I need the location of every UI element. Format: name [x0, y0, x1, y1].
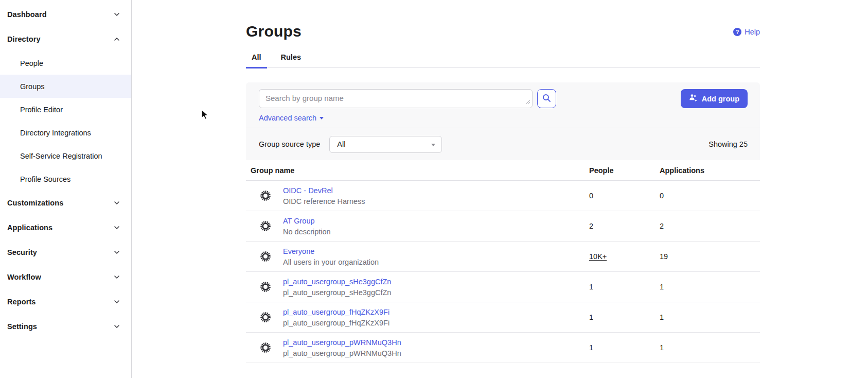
group-source-type-label: Group source type	[259, 140, 320, 148]
chevron-down-icon	[114, 225, 120, 231]
add-group-label: Add group	[702, 95, 739, 103]
sidebar-item-directory-integrations[interactable]: Directory Integrations	[0, 121, 131, 144]
sidebar-item-label: Reports	[7, 298, 36, 306]
question-circle-icon: ?	[733, 28, 741, 36]
group-description: pl_auto_usergroup_fHqZKzX9Fi	[283, 319, 389, 327]
sidebar-item-people[interactable]: People	[0, 51, 131, 75]
sidebar-item-label: Applications	[7, 224, 52, 232]
select-value: All	[337, 140, 345, 148]
advanced-search-link[interactable]: Advanced search	[259, 114, 324, 122]
column-header-applications: Applications	[660, 166, 760, 175]
group-description: pl_auto_usergroup_pWRNMuQ3Hn	[283, 349, 401, 357]
applications-count: 1	[660, 313, 760, 321]
people-count: 10K+	[589, 252, 660, 261]
group-gear-icon	[260, 342, 271, 353]
group-name-link[interactable]: AT Group	[283, 217, 315, 225]
group-gear-icon	[260, 312, 271, 323]
help-label: Help	[745, 28, 760, 36]
column-header-people: People	[589, 166, 660, 175]
applications-count: 19	[660, 252, 760, 261]
sidebar-item-self-service-registration[interactable]: Self-Service Registration	[0, 144, 131, 167]
table-body: OIDC - DevRel OIDC reference Harness 0 0…	[246, 181, 760, 363]
page-title: Groups	[246, 23, 302, 40]
group-name-link[interactable]: OIDC - DevRel	[283, 186, 333, 195]
sidebar-item-customizations[interactable]: Customizations	[0, 191, 131, 215]
sidebar-item-label: Settings	[7, 322, 37, 331]
chevron-up-icon	[114, 36, 120, 42]
table-row: OIDC - DevRel OIDC reference Harness 0 0	[246, 181, 760, 211]
help-link[interactable]: ? Help	[733, 28, 760, 36]
sidebar-item-label: Directory	[7, 35, 41, 43]
table-row: pl_auto_usergroup_pWRNMuQ3Hn pl_auto_use…	[246, 333, 760, 363]
tab-all[interactable]: All	[246, 53, 267, 68]
search-button[interactable]	[537, 89, 556, 108]
chevron-down-icon	[114, 11, 120, 18]
group-name-link[interactable]: pl_auto_usergroup_sHe3ggCfZn	[283, 278, 391, 286]
chevron-down-icon	[114, 274, 120, 280]
groups-table: Group name People Applications OIDC - De…	[246, 160, 760, 363]
person-add-icon	[689, 94, 698, 104]
tab-bar: All Rules	[246, 53, 760, 68]
applications-count: 1	[660, 343, 760, 352]
group-gear-icon	[260, 220, 271, 232]
showing-count: Showing 25	[708, 140, 748, 148]
sidebar-item-label: Security	[7, 248, 37, 256]
table-row: pl_auto_usergroup_sHe3ggCfZn pl_auto_use…	[246, 272, 760, 302]
group-source-type-select[interactable]: All	[329, 136, 442, 153]
sidebar-item-workflow[interactable]: Workflow	[0, 265, 131, 289]
group-name-link[interactable]: pl_auto_usergroup_pWRNMuQ3Hn	[283, 338, 401, 347]
applications-count: 2	[660, 222, 760, 230]
sidebar-item-dashboard[interactable]: Dashboard	[0, 2, 131, 27]
people-count: 1	[589, 313, 660, 321]
chevron-down-icon	[114, 299, 120, 305]
sidebar-item-label: Workflow	[7, 273, 41, 281]
group-gear-icon	[260, 281, 271, 293]
group-description: All users in your organization	[283, 258, 379, 266]
sidebar-item-directory[interactable]: Directory	[0, 27, 131, 51]
filter-panel: Add group Advanced search Group source t…	[246, 82, 760, 160]
group-description: OIDC reference Harness	[283, 197, 365, 205]
chevron-down-icon	[114, 249, 120, 255]
sidebar-item-security[interactable]: Security	[0, 240, 131, 265]
sidebar: Dashboard Directory People Groups Profil…	[0, 0, 132, 378]
caret-down-icon	[320, 117, 324, 119]
sidebar-directory-children: People Groups Profile Editor Directory I…	[0, 51, 131, 191]
people-count: 0	[589, 192, 660, 200]
table-header: Group name People Applications	[246, 160, 760, 181]
sidebar-item-label: Dashboard	[7, 10, 47, 19]
sidebar-item-reports[interactable]: Reports	[0, 289, 131, 314]
sidebar-item-applications[interactable]: Applications	[0, 215, 131, 240]
group-gear-icon	[260, 190, 271, 201]
sidebar-item-profile-editor[interactable]: Profile Editor	[0, 98, 131, 121]
people-count: 1	[589, 343, 660, 352]
table-row: pl_auto_usergroup_fHqZKzX9Fi pl_auto_use…	[246, 302, 760, 333]
sidebar-item-profile-sources[interactable]: Profile Sources	[0, 167, 131, 191]
advanced-search-label: Advanced search	[259, 114, 316, 122]
chevron-down-icon	[114, 323, 120, 330]
group-name-link[interactable]: pl_auto_usergroup_fHqZKzX9Fi	[283, 308, 389, 316]
caret-down-icon	[431, 144, 435, 146]
search-icon	[542, 94, 551, 104]
sidebar-item-settings[interactable]: Settings	[0, 314, 131, 339]
sidebar-item-label: Customizations	[7, 199, 63, 207]
table-row: Everyone All users in your organization …	[246, 242, 760, 272]
chevron-down-icon	[114, 200, 120, 206]
applications-count: 0	[660, 192, 760, 200]
applications-count: 1	[660, 283, 760, 291]
group-description: No description	[283, 228, 331, 236]
group-name-link[interactable]: Everyone	[283, 247, 314, 255]
column-header-group-name: Group name	[246, 166, 589, 175]
tab-rules[interactable]: Rules	[275, 53, 307, 68]
add-group-button[interactable]: Add group	[681, 89, 748, 108]
table-row: AT Group No description 2 2	[246, 211, 760, 242]
search-input[interactable]	[259, 89, 533, 108]
group-gear-icon	[260, 251, 271, 262]
main-content: Groups ? Help All Rules	[132, 0, 868, 378]
people-count: 1	[589, 283, 660, 291]
sidebar-item-groups[interactable]: Groups	[0, 75, 131, 98]
group-description: pl_auto_usergroup_sHe3ggCfZn	[283, 288, 391, 297]
people-count: 2	[589, 222, 660, 230]
